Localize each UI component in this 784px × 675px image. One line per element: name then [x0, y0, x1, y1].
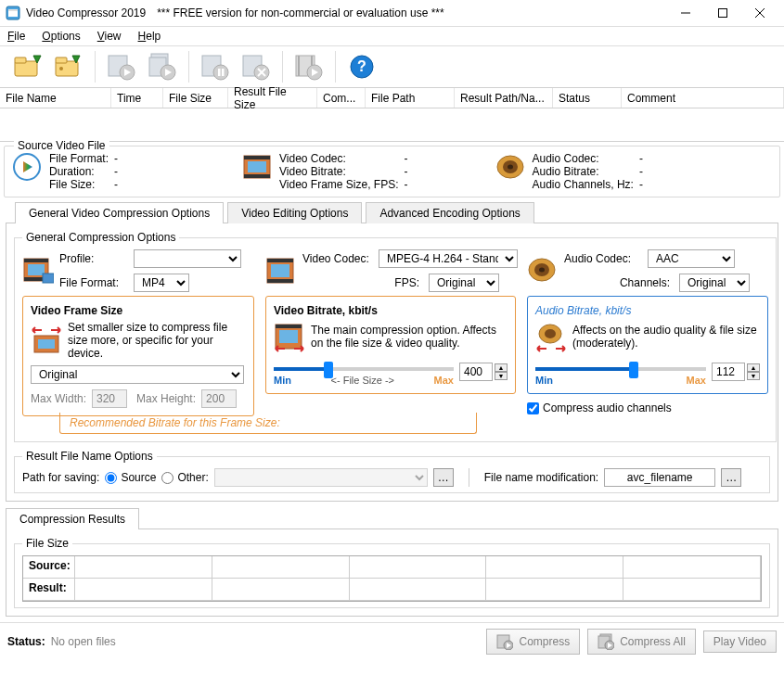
max-width-label: Max Width: — [31, 392, 86, 405]
bitrate-hint: The main compression option. Affects on … — [311, 324, 508, 350]
filename-mod-input[interactable] — [604, 468, 715, 487]
col-filepath[interactable]: File Path — [366, 88, 455, 108]
svg-rect-22 — [218, 69, 221, 76]
col-status[interactable]: Status — [553, 88, 622, 108]
tab-advanced[interactable]: Advanced Encoding Options — [366, 202, 533, 223]
path-other-radio[interactable]: Other: — [161, 471, 208, 484]
svg-rect-8 — [15, 57, 26, 63]
add-folder-button[interactable] — [48, 49, 89, 84]
svg-point-62 — [545, 329, 556, 338]
max-height-label: Max Height: — [136, 392, 196, 405]
svg-rect-4 — [719, 9, 727, 18]
compress-all-button[interactable] — [142, 49, 183, 84]
film-icon — [242, 152, 272, 182]
fps-select[interactable]: Original — [429, 274, 499, 292]
audio-codec-select[interactable]: AAC — [648, 249, 735, 268]
svg-point-60 — [539, 268, 545, 273]
col-com[interactable]: Com... — [317, 88, 366, 108]
audio-codec-icon — [527, 255, 559, 287]
menu-file[interactable]: File — [6, 29, 27, 44]
audio-bitrate-header: Audio Bitrate, kbit/s — [535, 304, 760, 317]
window-titlebar: Video Compressor 2019 *** FREE version f… — [0, 0, 784, 26]
max-height-input[interactable] — [201, 389, 237, 408]
tab-general-content: General Compression Options Profile: Fil… — [6, 223, 778, 502]
toolbar: ? — [0, 46, 784, 88]
audio-bitrate-input[interactable] — [712, 363, 745, 381]
col-time[interactable]: Time — [111, 88, 163, 108]
audio-bitrate-up[interactable]: ▲ — [747, 363, 760, 372]
path-other-select[interactable] — [214, 468, 428, 487]
col-filesize[interactable]: File Size — [163, 88, 228, 108]
menu-help[interactable]: Help — [136, 29, 163, 44]
compress-all-button-bottom[interactable]: Compress All — [587, 629, 696, 655]
svg-rect-38 — [244, 156, 270, 159]
video-codec-label: Video Codec: — [302, 252, 373, 265]
status-value: No open files — [51, 635, 116, 648]
result-options-legend: Result File Name Options — [22, 450, 157, 463]
col-resultsize[interactable]: Result File Size — [228, 88, 317, 108]
compress-button[interactable]: Compress — [486, 629, 580, 655]
video-bitrate-slider[interactable] — [274, 367, 454, 371]
path-source-radio[interactable]: Source — [105, 471, 156, 484]
close-button[interactable] — [741, 0, 778, 26]
video-bitrate-up[interactable]: ▲ — [495, 363, 508, 372]
svg-point-43 — [508, 165, 513, 170]
recommended-bitrate-box: Recommended Bitrate for this Frame Size: — [59, 413, 477, 434]
compress-selected-button[interactable] — [101, 49, 142, 84]
menubar: File Options View Help — [0, 26, 784, 46]
svg-point-21 — [213, 65, 228, 80]
svg-point-12 — [59, 67, 63, 70]
filesize-legend: File Size — [22, 537, 72, 550]
frame-size-select[interactable]: Original — [31, 365, 244, 384]
video-codec-icon — [265, 255, 297, 287]
profile-select[interactable] — [134, 249, 241, 268]
fps-label: FPS: — [302, 276, 423, 289]
pause-button[interactable] — [195, 49, 236, 84]
video-codec-select[interactable]: MPEG-4 H.264 - Standar — [379, 249, 518, 268]
media-player-icon — [12, 152, 42, 182]
tab-compression-results[interactable]: Compression Results — [6, 508, 139, 529]
audio-bitrate-down[interactable]: ▼ — [747, 372, 760, 380]
audio-bitrate-hint: Affects on the audio quality & file size… — [572, 324, 760, 350]
file-format-select[interactable]: MP4 — [134, 274, 189, 292]
video-bitrate-input[interactable] — [459, 363, 493, 381]
play-video-button[interactable]: Play Video — [703, 630, 777, 653]
minimize-button[interactable] — [667, 0, 704, 26]
audio-bitrate-slider[interactable] — [535, 367, 706, 371]
tab-video-editing[interactable]: Video Editing Options — [227, 202, 362, 223]
stop-button[interactable] — [236, 49, 276, 84]
filename-mod-button[interactable]: … — [721, 468, 741, 487]
col-resultpath[interactable]: Result Path/Na... — [455, 88, 553, 108]
frame-size-hint: Set smaller size to compress file size m… — [68, 321, 246, 360]
file-format-label: File Format: — [59, 276, 128, 289]
compression-results-content: File Size Source: Result: — [6, 529, 778, 617]
svg-rect-50 — [38, 339, 55, 349]
source-info-panel: Source Video File File Format:- Duration… — [4, 146, 780, 197]
status-label: Status: — [7, 635, 45, 648]
compress-audio-checkbox[interactable]: Compress audio channels — [527, 401, 768, 414]
path-saving-label: Path for saving: — [22, 471, 99, 484]
profile-icon — [22, 255, 54, 287]
browse-path-button[interactable]: … — [433, 468, 454, 487]
menu-options[interactable]: Options — [40, 29, 82, 44]
svg-rect-29 — [298, 56, 300, 76]
video-bitrate-down[interactable]: ▼ — [495, 372, 508, 380]
svg-rect-54 — [271, 264, 289, 277]
add-file-button[interactable] — [7, 49, 48, 84]
filename-mod-label: File name modification: — [484, 471, 598, 484]
max-width-input[interactable] — [92, 389, 127, 408]
maximize-button[interactable] — [704, 0, 741, 26]
col-comment[interactable]: Comment — [622, 88, 784, 108]
tab-general[interactable]: General Video Compression Options — [15, 202, 224, 223]
help-button[interactable]: ? — [341, 49, 382, 84]
play-result-button[interactable] — [289, 49, 329, 84]
file-list[interactable] — [0, 108, 784, 142]
source-row-label: Source: — [23, 556, 75, 579]
bitrate-icon — [274, 321, 305, 352]
profile-label: Profile: — [59, 252, 128, 265]
menu-view[interactable]: View — [96, 29, 123, 44]
result-row-label: Result: — [23, 579, 75, 601]
col-filename[interactable]: File Name — [0, 88, 111, 108]
source-info-legend: Source Video File — [14, 139, 109, 152]
channels-select[interactable]: Original — [679, 274, 750, 292]
